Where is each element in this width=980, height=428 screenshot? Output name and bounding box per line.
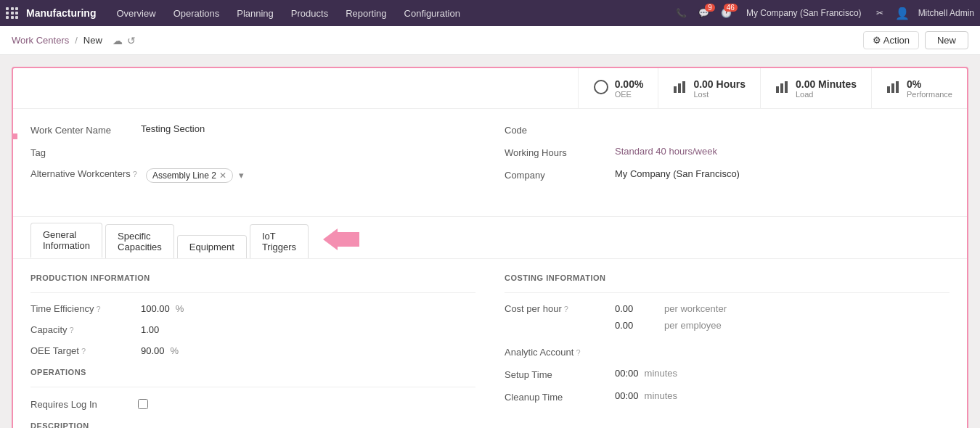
- nav-overview[interactable]: Overview: [107, 0, 164, 26]
- code-label: Code: [505, 123, 606, 136]
- alternative-tag-text: Assembly Line 2: [152, 170, 216, 181]
- cleanup-time-unit: minutes: [645, 390, 678, 401]
- description-section-title: DESCRIPTION: [30, 421, 475, 428]
- breadcrumb-actions: ⚙ Action New: [863, 31, 968, 49]
- work-center-name-row: Work Center Name Testing Section: [30, 123, 475, 136]
- alternative-row: Alternative Workcenters ? Assembly Line …: [30, 168, 475, 183]
- stat-performance[interactable]: 0% Performance: [871, 68, 967, 109]
- tag-label: Tag: [30, 146, 132, 158]
- cleanup-time-value-wrapper: 00:00 minutes: [615, 390, 950, 401]
- alternative-help-icon[interactable]: ?: [133, 170, 137, 178]
- bar-chart-load-icon: [775, 81, 790, 97]
- stat-oee-value: 0.00%: [615, 78, 644, 90]
- cleanup-time-value[interactable]: 00:00: [615, 390, 639, 401]
- company-field-value[interactable]: My Company (San Francisco): [615, 168, 950, 179]
- breadcrumb-parent[interactable]: Work Centers: [12, 35, 69, 46]
- stat-lost-value: 0.00 Hours: [693, 78, 746, 90]
- new-button[interactable]: New: [925, 31, 968, 49]
- chat-icon-btn[interactable]: 💬 9: [695, 7, 712, 20]
- setup-time-value[interactable]: 00:00: [615, 368, 639, 379]
- right-col: Code Working Hours Standard 40 hours/wee…: [505, 123, 950, 193]
- stat-lost[interactable]: 0.00 Hours Lost: [658, 68, 760, 109]
- work-center-name-value[interactable]: Testing Section: [141, 123, 475, 134]
- svg-rect-9: [896, 81, 899, 93]
- svg-rect-2: [678, 83, 681, 93]
- tab-equipment[interactable]: Equipment: [177, 235, 247, 258]
- requires-log-row: Requires Log In: [30, 398, 475, 410]
- working-hours-value[interactable]: Standard 40 hours/week: [615, 146, 950, 157]
- nav-operations[interactable]: Operations: [165, 0, 229, 26]
- cost-hour-values: 0.00 per workcenter 0.00 per employee: [615, 303, 950, 337]
- oee-value[interactable]: 90.00: [141, 345, 165, 356]
- cost-per-employee-row: 0.00 per employee: [615, 320, 950, 331]
- operations-divider: [30, 387, 475, 387]
- costing-col: COSTING INFORMATION Cost per hour ? 0.00…: [505, 273, 950, 428]
- efficiency-value-wrapper: 100.00 %: [141, 303, 475, 314]
- work-center-name-label: Work Center Name: [30, 123, 132, 136]
- cost-hour-unit: per workcenter: [664, 303, 727, 314]
- cost-hour-value[interactable]: 0.00: [615, 303, 658, 314]
- svg-rect-8: [891, 83, 894, 93]
- analytic-label-text: Analytic Account: [505, 347, 573, 358]
- app-brand[interactable]: Manufacturing: [26, 7, 96, 19]
- nav-products[interactable]: Products: [282, 0, 337, 26]
- stat-lost-values: 0.00 Hours Lost: [693, 78, 746, 99]
- tab-general[interactable]: General Information: [30, 223, 102, 258]
- action-button[interactable]: ⚙ Action: [863, 31, 919, 49]
- nav-reporting[interactable]: Reporting: [337, 0, 395, 26]
- analytic-row: Analytic Account ?: [505, 347, 950, 358]
- cost-hour-label: Cost per hour ?: [505, 303, 606, 314]
- refresh-icon[interactable]: ↺: [127, 35, 136, 46]
- cloud-icon[interactable]: ☁: [113, 35, 123, 46]
- stat-oee[interactable]: 0.00% OEE: [578, 68, 658, 109]
- oee-label-text: OEE Target: [30, 345, 79, 356]
- efficiency-value[interactable]: 100.00: [141, 303, 170, 314]
- analytic-help-icon[interactable]: ?: [576, 348, 580, 357]
- tab-iot[interactable]: IoT Triggers: [250, 224, 309, 258]
- alternative-tag-remove[interactable]: ✕: [219, 170, 226, 181]
- oee-help-icon[interactable]: ?: [81, 347, 86, 355]
- stat-load[interactable]: 0.00 Minutes Load: [760, 68, 871, 109]
- nav-menu: Overview Operations Planning Products Re…: [107, 0, 468, 26]
- capacity-help-icon[interactable]: ?: [70, 326, 74, 334]
- stat-perf-value: 0%: [907, 78, 952, 90]
- chat-badge: 9: [705, 4, 715, 12]
- breadcrumb-current: New: [83, 35, 102, 46]
- clock-icon-btn[interactable]: 🕐 46: [718, 7, 735, 20]
- oee-label: OEE Target ?: [30, 345, 132, 356]
- efficiency-label: Time Efficiency ?: [30, 303, 132, 314]
- breadcrumb-separator: /: [75, 35, 78, 46]
- user-icon-btn[interactable]: 👤: [892, 5, 912, 22]
- svg-rect-3: [682, 81, 685, 93]
- nav-configuration[interactable]: Configuration: [396, 0, 469, 26]
- company-field-label: Company: [505, 168, 606, 181]
- capacity-value[interactable]: 1.00: [141, 324, 475, 335]
- requires-log-checkbox[interactable]: [138, 399, 148, 409]
- cost-hour-help-icon[interactable]: ?: [564, 305, 568, 313]
- phone-icon-btn[interactable]: 📞: [673, 7, 690, 20]
- cost-hour-row: Cost per hour ? 0.00 per workcenter 0.00…: [505, 303, 950, 337]
- setup-time-label: Setup Time: [505, 368, 606, 380]
- breadcrumb-icons: ☁ ↺: [113, 35, 136, 46]
- tag-row: Tag: [30, 146, 475, 158]
- operations-section-title: OPERATIONS: [30, 368, 475, 376]
- svg-rect-4: [776, 86, 779, 93]
- app-grid-icon[interactable]: [6, 7, 19, 19]
- efficiency-label-text: Time Efficiency: [30, 303, 94, 314]
- alternative-dropdown-icon[interactable]: ▾: [239, 170, 244, 181]
- nav-planning[interactable]: Planning: [228, 0, 282, 26]
- setup-time-row: Setup Time 00:00 minutes: [505, 368, 950, 380]
- tab-specific[interactable]: Specific Capacities: [105, 224, 174, 258]
- form-card: 0.00% OEE 0.00 Hours Lost: [12, 67, 968, 428]
- two-col-section: PRODUCTION INFORMATION Time Efficiency ?…: [30, 273, 950, 428]
- analytic-label: Analytic Account ?: [505, 347, 606, 358]
- code-row: Code: [505, 123, 950, 136]
- alternative-label: Alternative Workcenters ?: [30, 168, 137, 179]
- company-row: Company My Company (San Francisco): [505, 168, 950, 181]
- oee-unit: %: [171, 345, 179, 356]
- efficiency-unit: %: [176, 303, 184, 314]
- cost-per-workcenter-row: 0.00 per workcenter: [615, 303, 950, 314]
- efficiency-help-icon[interactable]: ?: [96, 305, 100, 313]
- cost-employee-value[interactable]: 0.00: [615, 320, 658, 331]
- settings-icon-btn[interactable]: ✂: [873, 7, 886, 20]
